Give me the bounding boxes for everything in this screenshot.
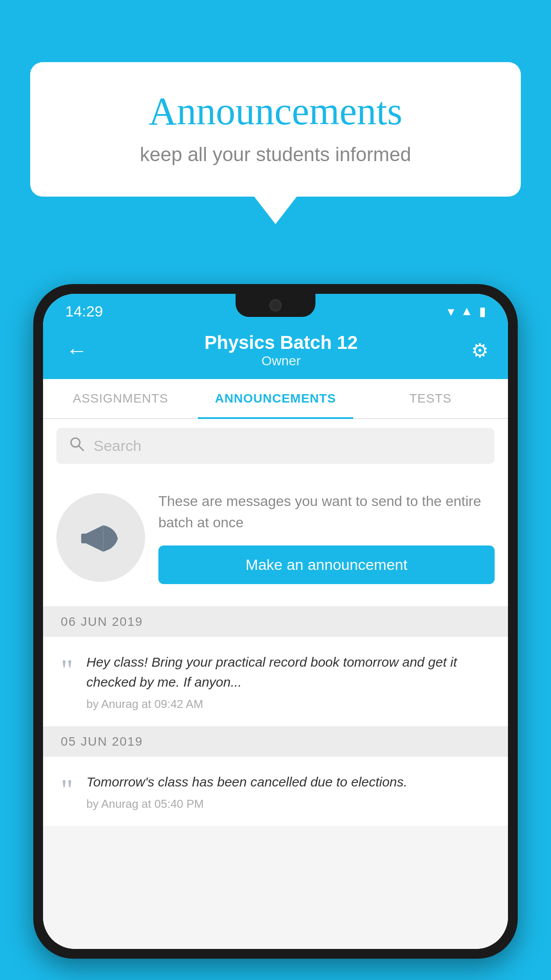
date-separator-1: 06 JUN 2019	[43, 607, 508, 637]
header-title-block: Physics Batch 12 Owner	[91, 332, 471, 368]
announcement-message-1: Hey class! Bring your practical record b…	[87, 652, 490, 692]
announcement-description: These are messages you want to send to t…	[158, 490, 495, 533]
speech-bubble: Announcements keep all your students inf…	[30, 62, 521, 197]
announcement-prompt: These are messages you want to send to t…	[43, 473, 508, 607]
announcement-text-block-2: Tomorrow's class has been cancelled due …	[87, 772, 490, 811]
app-header: ← Physics Batch 12 Owner ⚙	[43, 324, 508, 379]
phone-notch	[236, 294, 315, 317]
back-button[interactable]: ←	[63, 335, 91, 366]
make-announcement-button[interactable]: Make an announcement	[158, 545, 495, 584]
settings-button[interactable]: ⚙	[471, 339, 488, 362]
tabs-bar: ASSIGNMENTS ANNOUNCEMENTS TESTS	[43, 379, 508, 419]
announcement-message-2: Tomorrow's class has been cancelled due …	[87, 772, 490, 792]
status-time: 14:29	[65, 303, 103, 320]
battery-icon: ▮	[479, 304, 486, 319]
speech-bubble-arrow	[254, 197, 297, 224]
megaphone-circle	[56, 493, 145, 582]
speech-bubble-subtitle: keep all your students informed	[66, 143, 485, 166]
quote-icon-2: "	[61, 775, 73, 805]
announcement-item-1[interactable]: " Hey class! Bring your practical record…	[43, 637, 508, 727]
phone-screen: 14:29 ▾ ▲ ▮ ← Physics Batch 12 Owner ⚙	[43, 294, 508, 949]
announcement-item-2[interactable]: " Tomorrow's class has been cancelled du…	[43, 757, 508, 826]
announcement-author-1: by Anurag at 09:42 AM	[87, 697, 490, 711]
announcement-right: These are messages you want to send to t…	[158, 490, 495, 584]
svg-rect-3	[81, 533, 87, 543]
announcement-text-block-1: Hey class! Bring your practical record b…	[87, 652, 490, 711]
megaphone-icon	[76, 513, 125, 562]
search-placeholder: Search	[94, 437, 142, 454]
svg-marker-2	[86, 525, 103, 551]
tab-announcements[interactable]: ANNOUNCEMENTS	[198, 379, 353, 418]
signal-icon: ▲	[460, 304, 473, 318]
date-separator-2: 05 JUN 2019	[43, 727, 508, 757]
speech-bubble-title: Announcements	[66, 89, 485, 134]
phone-frame: 14:29 ▾ ▲ ▮ ← Physics Batch 12 Owner ⚙	[33, 284, 518, 959]
svg-line-1	[79, 446, 83, 450]
announcement-author-2: by Anurag at 05:40 PM	[87, 797, 490, 811]
speech-bubble-container: Announcements keep all your students inf…	[30, 62, 521, 224]
phone-container: 14:29 ▾ ▲ ▮ ← Physics Batch 12 Owner ⚙	[33, 284, 518, 980]
tab-tests[interactable]: TESTS	[353, 379, 508, 418]
header-subtitle: Owner	[91, 353, 471, 368]
search-bar[interactable]: Search	[56, 428, 495, 464]
search-bar-container: Search	[43, 419, 508, 473]
search-icon	[69, 436, 85, 456]
tab-assignments[interactable]: ASSIGNMENTS	[43, 379, 198, 418]
header-title: Physics Batch 12	[91, 332, 471, 353]
wifi-icon: ▾	[448, 304, 454, 319]
main-content: Search	[43, 419, 508, 949]
phone-camera	[269, 299, 282, 312]
quote-icon-1: "	[61, 655, 73, 685]
status-icons: ▾ ▲ ▮	[448, 304, 486, 319]
